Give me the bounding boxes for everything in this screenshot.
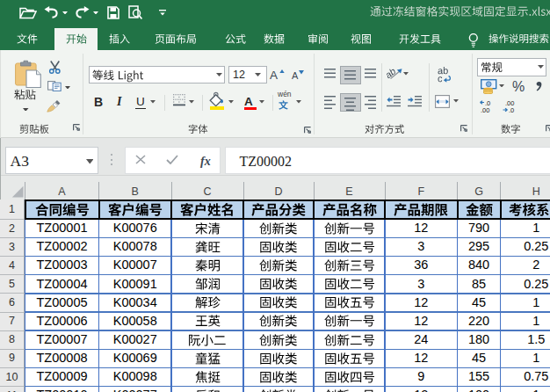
svg-text:.00: .00 [481,106,489,113]
svg-text:.0: .0 [509,106,514,113]
